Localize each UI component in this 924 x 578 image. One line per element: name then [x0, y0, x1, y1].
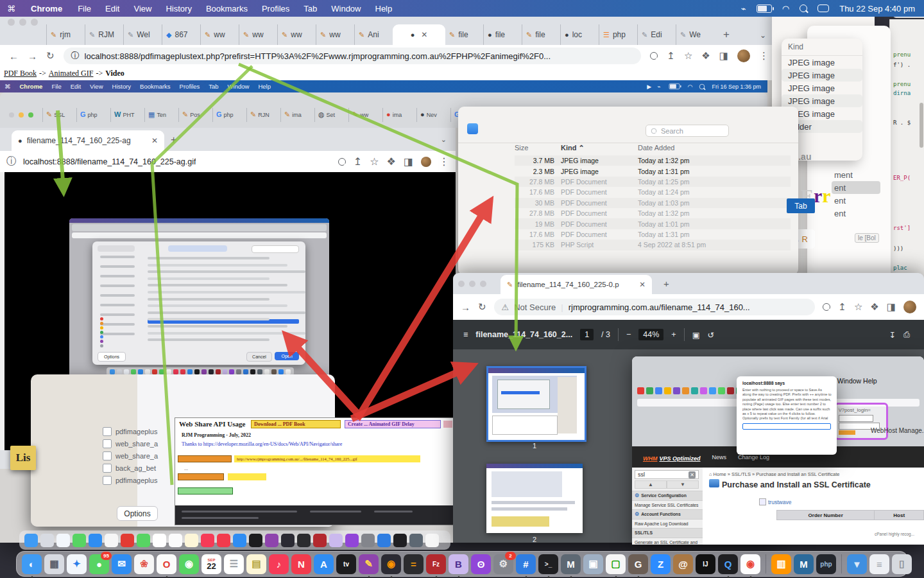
mini-search-field[interactable] [252, 245, 299, 253]
whm-sidebar-item[interactable]: Manage Service SSL Certificates [632, 501, 703, 510]
tab-close-icon[interactable]: ✕ [151, 136, 158, 145]
menu-item-view[interactable]: View [85, 83, 107, 90]
address-bar[interactable]: ⚠ Not Secure | rjmprogramming.com.au/fil… [494, 299, 816, 315]
dock-reminders[interactable]: ☰ [224, 554, 244, 574]
dock-app-store[interactable]: A [314, 554, 334, 574]
dock-firefox[interactable]: ◉ [381, 554, 401, 574]
forward-icon[interactable]: → [28, 51, 37, 62]
download-pdf-book-button[interactable]: Download ... PDF Book [251, 420, 341, 428]
close-button[interactable] [458, 281, 465, 287]
pink-field[interactable] [443, 421, 452, 428]
dock-opera[interactable]: O [157, 554, 176, 574]
browser-tab-ww[interactable]: ✎ww [316, 24, 354, 45]
finder-row[interactable]: 27.8 MBPDF DocumentToday at 1:32 pm [515, 208, 791, 218]
close-button[interactable] [8, 19, 15, 26]
dock-zoom[interactable]: Z [651, 554, 671, 574]
highlighted-url[interactable]: http://www.rjmprogramming.com.au/.../fil… [234, 455, 420, 462]
inner-browser-chevron[interactable]: ⌄ [441, 136, 447, 144]
finder-column-headers[interactable]: Size Kind ⌃ Date Added [515, 144, 733, 156]
dock-notes[interactable]: ▤ [246, 554, 266, 574]
dock-intellij[interactable]: IJ [696, 554, 715, 574]
reload-icon[interactable]: ↻ [46, 50, 55, 62]
control-center-icon[interactable] [817, 4, 829, 12]
share-icon[interactable]: ↥ [667, 50, 675, 62]
dock-podcasts[interactable]: ʘ [471, 554, 491, 574]
page-input[interactable]: 1 [580, 329, 594, 340]
nested-file-row[interactable]: back_ag_bet [103, 463, 231, 473]
dock-trash[interactable]: ▯ [892, 554, 912, 574]
column-size[interactable]: Size [515, 144, 561, 155]
dock-screenshot-app[interactable]: ▣ [583, 554, 603, 574]
zoom-button[interactable] [31, 19, 38, 26]
mini-view-controls[interactable] [98, 245, 135, 252]
menu-item-edit[interactable]: Edit [98, 4, 126, 13]
forward-icon[interactable]: → [461, 302, 470, 313]
dock-apple-tv[interactable]: tv [336, 554, 356, 574]
pdf-menu-icon[interactable]: ≡ [463, 330, 468, 339]
browser-tab-Edi[interactable]: ✎Edi [637, 24, 676, 45]
dock-xcode[interactable]: # [516, 554, 536, 574]
column-date-added[interactable]: Date Added [638, 144, 728, 155]
dropdown-1[interactable] [839, 415, 873, 422]
mini-path-control[interactable] [168, 245, 227, 252]
dock-gimp[interactable]: G [628, 554, 648, 574]
menu-item-bookmarks[interactable]: Bookmarks [135, 83, 175, 90]
dock-mamp-pro[interactable]: M [794, 554, 814, 574]
browser-tab-PHT[interactable]: WPHT [110, 108, 144, 122]
dock-downloads-folder[interactable]: ▼ [847, 554, 867, 574]
info-icon[interactable]: ⓘ [6, 155, 17, 168]
extensions-icon[interactable]: ❖ [701, 50, 710, 62]
yellow-field[interactable] [228, 473, 266, 480]
whm-breadcrumb[interactable]: ⌂ Home » SSL/TLS » Purchase and Install … [709, 471, 840, 477]
dock-launchpad[interactable]: ▦ [44, 554, 64, 574]
extensions-icon[interactable]: ❖ [387, 155, 396, 168]
clear-search-icon[interactable]: ✕ [689, 471, 696, 478]
zoom-in-button[interactable]: + [671, 330, 676, 339]
finder-row[interactable]: 17.6 MBPDF DocumentToday at 1:24 pm [515, 187, 791, 197]
dock-contacts[interactable]: @ [673, 554, 693, 574]
inner-browser-new-tab[interactable]: + [171, 134, 176, 146]
whm-sidebar-item[interactable]: Generate an SSL Certificate and [632, 538, 703, 545]
finder-row[interactable]: 3.7 MBJPEG imageToday at 1:32 pm [515, 155, 791, 166]
menu-item-profiles[interactable]: Profiles [255, 4, 296, 13]
dock-photos[interactable]: ❀ [134, 554, 154, 574]
menu-item-file[interactable]: File [71, 4, 98, 13]
bookmark-star-icon[interactable]: ☆ [684, 50, 692, 62]
breadcrumb-link-animated-gif[interactable]: Animated GIF [49, 69, 94, 78]
browser-tab-Ani[interactable]: ✎Ani [354, 24, 393, 45]
minimize-button[interactable] [469, 281, 475, 287]
zoom-button[interactable] [480, 281, 486, 287]
browser-tab-867[interactable]: ◆867 [162, 24, 200, 45]
pdf-page-2[interactable] [486, 464, 583, 533]
browser-tab-RJN[interactable]: ✎RJN [246, 108, 280, 122]
inner-zoom-button[interactable] [28, 112, 33, 118]
whm-sidebar-item[interactable]: ⚙Service Configuration [632, 491, 703, 501]
bookmark-star-icon[interactable]: ☆ [370, 155, 379, 168]
dock-music[interactable]: ♪ [269, 554, 289, 574]
dock-quicktime[interactable]: Q [718, 554, 738, 574]
dock-messages[interactable]: ●95 [89, 554, 109, 574]
tab-key-button[interactable]: Tab [787, 198, 815, 213]
new-tab-button[interactable]: + [714, 28, 739, 45]
nested-file-row[interactable]: web_share_a [103, 439, 231, 448]
print-icon[interactable]: ⎙ [903, 330, 910, 340]
browser-tab-SSL[interactable]: ✎SSL [42, 108, 76, 122]
browser-tab-We[interactable]: ✎We [676, 24, 714, 45]
menu-item-window[interactable]: Window [223, 83, 254, 90]
dock-facetime[interactable]: ◉ [179, 554, 199, 574]
orange-mini-button[interactable] [839, 430, 855, 435]
dock-php-tool[interactable]: php [816, 554, 836, 574]
browser-tab-ima[interactable]: ●ima [382, 108, 416, 122]
dock-system-settings[interactable]: ⚙2 [493, 554, 513, 574]
dock-documents[interactable]: ≡ [869, 554, 889, 574]
rotate-icon[interactable]: ↺ [707, 330, 714, 340]
dock-chrome[interactable]: ◉ [740, 554, 760, 574]
clock[interactable]: Thu 22 Sep 4:40 pm [839, 4, 915, 13]
browser-tab-rjm[interactable]: ✎rjm [46, 24, 85, 45]
inner-url-text[interactable]: localhost:8888/filename_114_74_160_225-a… [23, 157, 196, 166]
browser-tab-php[interactable]: Gphp [212, 108, 246, 122]
browser-tab-Pos[interactable]: ✎Pos [178, 108, 212, 122]
dock-finder[interactable]: ◐ [22, 554, 42, 574]
kind-column-header[interactable]: Kind [782, 39, 862, 56]
tab-close-icon[interactable]: ✕ [421, 30, 427, 39]
